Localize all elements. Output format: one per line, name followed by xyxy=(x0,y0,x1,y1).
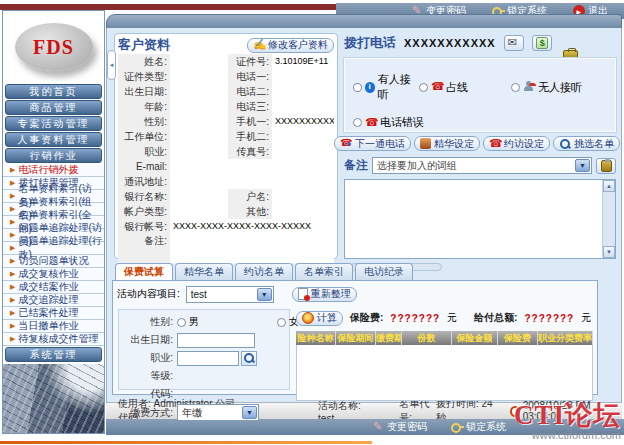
total-payout-value: ??????? xyxy=(524,313,574,324)
bottombar-link-label: 锁定系统 xyxy=(466,420,506,434)
bottombar-link[interactable]: 锁定系统 xyxy=(451,420,506,434)
field-label: 电话二: xyxy=(228,84,272,100)
radio-button[interactable] xyxy=(511,83,520,92)
gender-male-label: 男 xyxy=(189,315,199,329)
scroll-down-icon[interactable] xyxy=(603,246,615,258)
occupation-input[interactable] xyxy=(177,351,239,366)
call-result-option[interactable]: 无人接听 xyxy=(511,71,582,103)
birth-date-input[interactable] xyxy=(177,333,255,348)
field-value xyxy=(170,54,228,70)
radio-button[interactable] xyxy=(353,83,362,92)
field-value xyxy=(170,114,228,130)
bottom-bar: 变更密码 锁定系统 xyxy=(106,419,624,435)
building-photo xyxy=(3,364,104,433)
triangle-icon xyxy=(10,192,15,200)
occupation-lookup-button[interactable] xyxy=(241,351,257,366)
customer-row: 备注: xyxy=(118,234,334,264)
tab[interactable]: 约访名单 xyxy=(235,263,293,280)
payment-method-value: 年缴 xyxy=(182,406,202,420)
chevron-down-icon[interactable] xyxy=(575,159,590,172)
sidebar-nav-button[interactable]: 商品管理 xyxy=(5,100,102,115)
triangle-icon xyxy=(10,179,15,187)
table-column-header: 保险期间 xyxy=(336,331,376,345)
field-value xyxy=(170,84,228,100)
sidebar-nav-button[interactable]: 人事资料管理 xyxy=(5,132,102,147)
send-message-button[interactable] xyxy=(504,35,524,51)
field-label: E-mail: xyxy=(118,159,170,175)
sidebar-nav-button[interactable]: 我的首页 xyxy=(5,84,102,99)
radio-button[interactable] xyxy=(177,318,186,327)
customer-row: 银行帐号: XXXX-XXXX-XXXX-XXXX-XXXXX xyxy=(118,219,334,234)
sidebar-sub-item[interactable]: 待复核成交件管理 xyxy=(3,333,104,346)
call-result-option-label: 电话错误 xyxy=(380,115,424,130)
edit-customer-icon xyxy=(253,39,265,51)
radio-button[interactable] xyxy=(277,318,286,327)
dial-action-button[interactable]: 挑选名单 xyxy=(553,136,620,151)
bottom-accent-line xyxy=(0,441,372,444)
field-label: 银行名称: xyxy=(118,189,170,205)
paste-phrase-button[interactable] xyxy=(596,158,616,174)
customer-row: 出生日期: 电话二: xyxy=(118,84,334,99)
table-column-header: 保险金额 xyxy=(452,331,498,345)
activity-select[interactable]: test xyxy=(186,286,274,303)
edit-customer-button-label: 修改客户资料 xyxy=(268,38,328,52)
sidebar-nav-button[interactable]: 行销作业 xyxy=(5,148,102,163)
main-panel-header-band xyxy=(106,14,622,29)
tab[interactable]: 电访纪录 xyxy=(355,263,413,280)
customer-row: 银行名称: 户名: xyxy=(118,189,334,204)
premium-label: 保险费: xyxy=(350,311,383,325)
scroll-up-icon[interactable] xyxy=(603,180,615,192)
bank-account-value: XXXX-XXXX-XXXX-XXXX-XXXXX xyxy=(170,219,334,235)
bottombar-link[interactable]: 变更密码 xyxy=(372,420,427,434)
call-result-option-label: 占线 xyxy=(446,80,468,95)
activity-select-value: test xyxy=(191,289,207,300)
tab[interactable]: 精华名单 xyxy=(175,263,233,280)
field-value xyxy=(272,204,334,220)
field-value: 3.10109E+11 xyxy=(272,54,334,70)
dial-action-button[interactable]: 下一通电话 xyxy=(334,136,411,151)
calculate-button[interactable]: 计算 xyxy=(296,311,343,326)
premium-input-form: 性别: 男 女 出生日期: xyxy=(118,309,290,390)
payment-method-select[interactable]: 年缴 xyxy=(177,404,259,421)
table-column-header: 险种名称 xyxy=(296,331,336,345)
call-result-option[interactable]: 有人接听 xyxy=(353,71,419,103)
memo-textarea[interactable] xyxy=(344,179,616,259)
memo-scrollbar[interactable] xyxy=(602,180,615,258)
info-icon xyxy=(365,82,375,93)
phrase-select[interactable]: 选择要加入的词组 xyxy=(372,157,592,174)
sidebar-nav-button[interactable]: 专案活动管理 xyxy=(5,116,102,131)
pick-list-icon xyxy=(559,138,571,150)
chevron-down-icon[interactable] xyxy=(242,406,257,419)
sidebar-nav-button[interactable]: 系统管理 xyxy=(5,347,102,362)
gender-male-option[interactable]: 男 xyxy=(177,315,269,329)
table-column-header: 份数 xyxy=(402,331,452,345)
field-label: 工作单位: xyxy=(118,129,170,145)
fds-logo: FDS xyxy=(15,23,93,71)
tab[interactable]: 名单索引 xyxy=(295,263,353,280)
call-result-option[interactable]: 占线 xyxy=(419,71,511,103)
tab[interactable]: 保费试算 xyxy=(115,263,173,280)
dial-action-button[interactable]: 精华设定 xyxy=(414,136,480,151)
search-icon xyxy=(243,352,255,364)
radio-button[interactable] xyxy=(419,83,428,92)
no-answer-icon xyxy=(523,81,535,93)
edit-customer-button[interactable]: 修改客户资料 xyxy=(247,38,334,53)
clock-icon xyxy=(510,406,520,417)
gender-label: 性别: xyxy=(119,315,177,329)
dial-action-button-label: 挑选名单 xyxy=(574,137,614,151)
chevron-down-icon[interactable] xyxy=(257,288,272,301)
memo-label: 备注 xyxy=(344,157,368,174)
total-payout-unit: 元 xyxy=(581,311,591,325)
premium-table-header: 险种名称 保险期间 缴费期间 份数 保险金额 保险费 职业分类费率 xyxy=(296,331,593,345)
refresh-button[interactable]: 重新整理 xyxy=(292,287,357,302)
dial-action-buttons: 下一通电话 精华设定 约访设定 挑选名单 xyxy=(334,136,620,151)
dial-action-button[interactable]: 约访设定 xyxy=(483,136,550,151)
triangle-icon xyxy=(10,296,15,304)
sidebar-sub-item-label: 成交复核作业 xyxy=(18,267,78,281)
sidebar-collapse-handle[interactable]: ◂ xyxy=(107,50,116,80)
radio-button[interactable] xyxy=(353,118,362,127)
calculate-button-label: 计算 xyxy=(317,311,337,325)
field-label: 备注: xyxy=(118,234,170,264)
call-result-option[interactable]: 电话错误 xyxy=(353,114,424,131)
billing-button[interactable] xyxy=(532,35,552,51)
